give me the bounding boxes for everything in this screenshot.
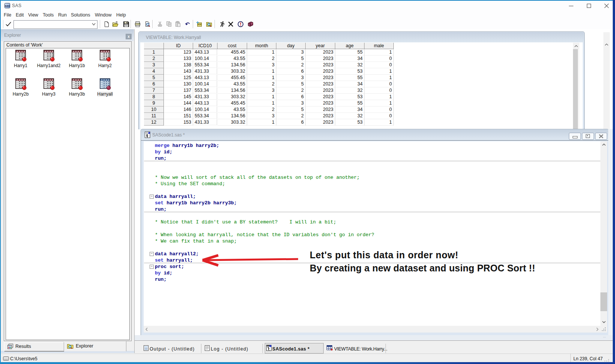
- svg-text:?: ?: [251, 22, 252, 25]
- svg-text:sas: sas: [5, 4, 10, 7]
